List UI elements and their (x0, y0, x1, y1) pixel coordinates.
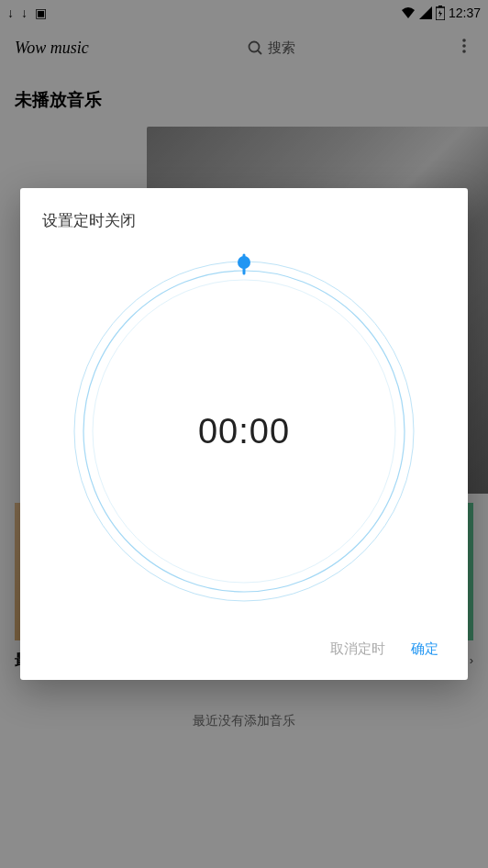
svg-point-11 (238, 256, 250, 269)
modal-overlay[interactable]: 设置定时关闭 00:00 取消定时 确定 (0, 0, 488, 868)
timer-dialog: 设置定时关闭 00:00 取消定时 确定 (20, 188, 468, 680)
dialog-title: 设置定时关闭 (42, 210, 446, 231)
confirm-button[interactable]: 确定 (411, 640, 438, 658)
timer-clock[interactable]: 00:00 (61, 248, 427, 615)
clock-container: 00:00 (42, 239, 446, 633)
cancel-button[interactable]: 取消定时 (330, 640, 385, 658)
dialog-actions: 取消定时 确定 (42, 633, 446, 658)
time-display: 00:00 (198, 412, 290, 451)
